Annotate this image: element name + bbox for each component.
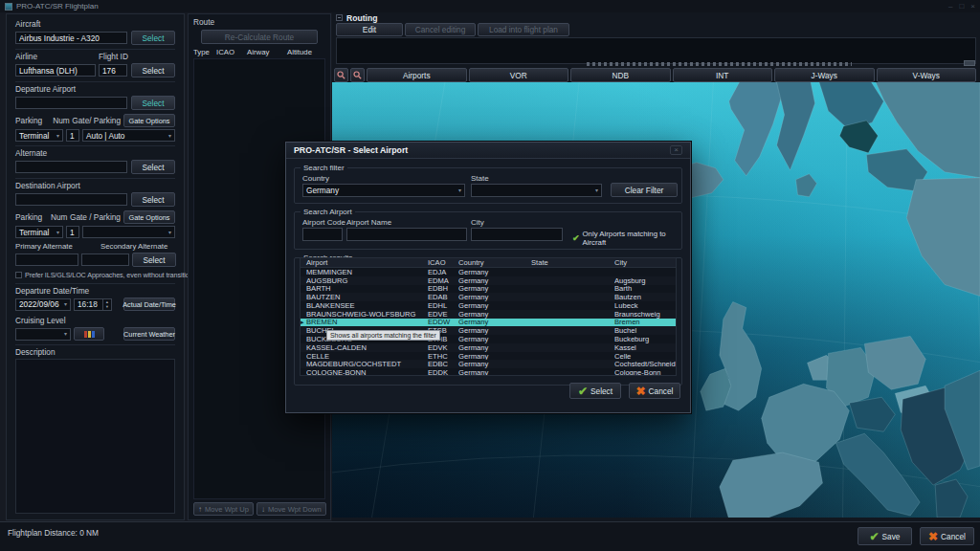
country-select[interactable]: Germany ▾ [302,184,465,197]
match-aircraft-checkbox[interactable]: ✔ Only Airports matching to Aircraft [572,230,681,247]
zoom-in-button[interactable] [334,68,348,82]
map-zoom-slider-thumb[interactable] [964,60,975,66]
secondary-alternate-input[interactable] [81,253,129,266]
minimize-icon[interactable]: – [948,2,952,11]
dialog-select-button[interactable]: ✔ Select [569,383,621,399]
routing-collapse-icon[interactable] [336,14,343,21]
alternate-select-button[interactable]: Select [131,160,175,174]
level-chart-button[interactable] [74,327,104,341]
clear-filter-button[interactable]: Clear Filter [611,183,678,197]
gate-parking-select[interactable]: ▾ [82,226,175,238]
primary-alternate-input[interactable] [15,253,78,266]
arrow-up-icon: ↑ [198,505,202,514]
col-icao: ICAO [428,258,458,267]
recalculate-route-button[interactable]: Re-Calculate Route [201,30,318,44]
save-label: Save [882,532,901,541]
city-input[interactable] [471,228,563,241]
cell-icao: ETHC [428,352,458,361]
parking-num-input[interactable] [66,129,79,142]
tab-int[interactable]: INT [673,68,773,82]
tab-vor[interactable]: VOR [469,68,569,82]
tab-airports[interactable]: Airports [367,68,467,82]
move-wpt-down-button[interactable]: ↓ Move Wpt Down [256,502,326,516]
dialog-close-icon[interactable]: × [670,145,682,155]
cell-airport: BRAUNSCHWEIG-WOLFSBURG [306,310,428,319]
alternate-input[interactable] [15,161,127,173]
table-row[interactable]: BARTHEDBHGermanyBarth [301,285,676,294]
results-table: Airport ICAO Country State City MEMMINGE… [300,257,677,376]
table-row[interactable]: MAGDEBURG/COCHSTEDTEDBCGermanyCochstedt/… [301,360,676,368]
cell-country: Germany [458,360,531,368]
cell-city: Celle [614,352,676,361]
table-row[interactable]: KASSEL-CALDENEDVKGermanyKassel [301,343,676,352]
table-row[interactable]: CELLEETHCGermanyCelle [301,352,676,361]
maximize-icon[interactable]: □ [959,2,964,11]
table-row[interactable]: BLANKENSEEEDHLGermanyLubeck [301,301,676,310]
parking-select[interactable]: Terminal ▾ [15,129,63,142]
tab-ndb[interactable]: NDB [570,68,671,82]
cell-country: Germany [458,301,531,310]
aircraft-input[interactable] [15,32,127,44]
edit-route-button[interactable]: Edit [336,23,403,36]
ils-approach-checkbox[interactable] [15,272,22,278]
gate-options-button[interactable]: Gate Options [123,210,175,224]
destination-select-button[interactable]: Select [131,192,175,207]
spinner-down-icon[interactable]: ▾ [103,304,111,310]
gate-parking-select[interactable]: Auto | Auto ▾ [82,129,175,142]
tab-jways[interactable]: J-Ways [774,68,875,82]
select-airport-dialog: PRO-ATC/SR - Select Airport × Search fil… [285,142,691,413]
airline-input[interactable] [15,64,96,77]
flight-id-input[interactable] [99,64,127,77]
departure-airport-input[interactable] [15,97,127,109]
gate-options-button[interactable]: Gate Options [123,114,175,127]
dialog-titlebar[interactable]: PRO-ATC/SR - Select Airport × [286,143,690,159]
alternates-select-button[interactable]: Select [132,253,176,267]
table-row[interactable]: BREMENEDDWGermanyBremen▸ [301,319,676,327]
airport-name-input[interactable] [346,228,467,241]
departure-select-button[interactable]: Select [131,96,175,110]
table-row[interactable]: AUGSBURGEDMAGermanyAugsburg [301,276,676,285]
departure-date-select[interactable]: 2022/09/06 ▾ [15,298,71,311]
table-row[interactable]: BRAUNSCHWEIG-WOLFSBURGEDVEGermanyBraunsc… [301,310,676,319]
parking-select[interactable]: Terminal ▾ [15,226,63,238]
results-table-header: Airport ICAO Country State City [301,258,676,268]
cruising-level-label: Cruising Level [15,316,175,325]
level-chart-icon [84,331,95,338]
load-flightplan-button[interactable]: Load into flight plan [478,23,569,36]
airline-select-button[interactable]: Select [131,63,175,77]
state-select[interactable]: ▾ [471,184,602,197]
cell-icao: EDDK [428,368,458,376]
cancel-button[interactable]: ✖ Cancel [920,527,974,545]
save-button[interactable]: ✔ Save [858,527,912,545]
departure-date-value: 2022/09/06 [19,299,59,309]
departure-time-stepper[interactable]: 16:18 ▴ ▾ [74,298,112,311]
current-weather-button[interactable]: Current Weather [123,327,175,341]
aircraft-select-button[interactable]: Select [131,31,175,45]
app-icon [5,3,12,11]
actual-datetime-button[interactable]: Actual Date/Time [123,298,175,311]
cell-country: Germany [458,318,531,326]
routing-input[interactable] [336,37,976,64]
close-icon[interactable]: × [970,2,975,11]
parking-num-input[interactable] [66,226,79,238]
table-row[interactable]: COLOGNE-BONNEDDKGermanyCologne-Bonn [301,368,676,376]
cell-city: Augsburg [614,276,676,285]
cross-icon: ✖ [928,531,938,542]
dialog-cancel-button[interactable]: ✖ Cancel [629,383,680,399]
cruising-level-select[interactable]: ▾ [15,328,71,341]
cell-city: Buchel [614,326,676,335]
table-row[interactable]: MEMMINGENEDJAGermany [301,268,676,276]
time-spinner[interactable]: ▴ ▾ [102,299,111,310]
cell-icao: EDHL [428,301,458,310]
airport-code-input[interactable] [302,228,343,241]
move-wpt-up-button[interactable]: ↑ Move Wpt Up [193,502,254,516]
table-row[interactable]: BAUTZENEDABGermanyBautzen [301,293,676,301]
zoom-out-button[interactable] [350,68,365,82]
map-zoom-slider[interactable] [587,62,852,66]
cell-airport: CELLE [306,352,428,361]
tab-vways[interactable]: V-Ways [877,68,977,82]
cancel-editing-button[interactable]: Cancel editing [405,23,476,36]
description-input[interactable] [15,359,175,514]
destination-airport-input[interactable] [15,193,127,206]
departure-time-value: 16:18 [75,299,100,309]
